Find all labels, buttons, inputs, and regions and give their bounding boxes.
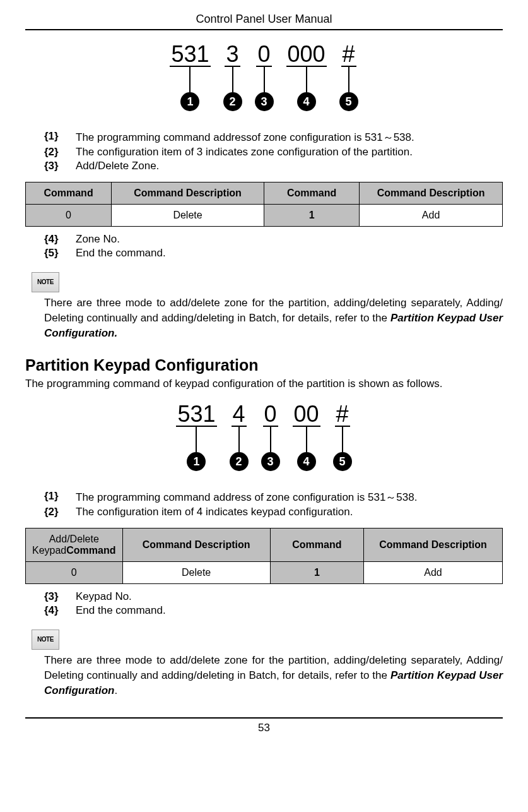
list-1b: {4} Zone No. {5} End the command. [44,233,503,260]
list-item: {5} End the command. [44,247,503,260]
list-desc: The programming command addressof zone c… [76,130,503,145]
command-table-2: Add/Delete KeypadCommand Command Descrip… [25,528,503,584]
diagram-callout: 3 [255,92,274,111]
diagram-callout: 5 [333,452,352,471]
list-label: {5} [44,247,76,260]
diagram-part: 531 1 [176,403,216,471]
section-heading: Partition Keypad Configuration [25,356,503,374]
list-desc: The programming command address of zone … [76,490,503,505]
list-item: {2} The configuration item of 3 indicate… [44,146,503,158]
diagram-text: 0 [256,43,271,67]
table-header: Command Description [122,528,270,562]
table-cell: 1 [270,562,363,584]
diagram-part: 0 3 [261,403,280,471]
command-table-1: Command Command Description Command Comm… [25,182,503,227]
diagram-text: 000 [286,43,327,67]
list-item: {3} Add/Delete Zone. [44,160,503,172]
diagram-part: 0 3 [255,43,274,111]
list-2b: {3} Keypad No. {4} End the command. [44,590,503,617]
diagram-text: 3 [225,43,240,67]
header-bold: Command [66,545,115,556]
table-header: Command [270,528,363,562]
table-header: Command [264,182,359,205]
diagram-part: 4 2 [230,403,249,471]
diagram-line [342,427,343,452]
list-item: {4} End the command. [44,604,503,617]
diagram-part: # 5 [333,403,352,471]
diagram-inner: 531 1 3 2 0 3 000 4 # 5 [170,43,358,111]
diagram-line [348,67,349,92]
table-row: 0 Delete 1 Add [26,562,503,584]
table-cell: 0 [26,562,123,584]
diagram-line [196,427,197,452]
table-cell: 1 [264,205,359,227]
diagram-inner: 531 1 4 2 0 3 00 4 # 5 [176,403,351,471]
diagram-line [238,427,240,452]
list-desc: The configuration item of 3 indicates zo… [76,146,503,158]
list-label: {4} [44,604,76,617]
diagram-line [189,67,191,92]
intro-text: The programming command of keypad config… [25,378,503,390]
diagram-text: # [341,43,356,67]
list-label: {1} [44,490,76,505]
table-cell: Add [360,205,503,227]
note-post: . [114,684,117,696]
page-title: Control Panel User Manual [25,13,503,30]
diagram-text: 4 [232,403,247,427]
diagram-callout: 1 [187,452,206,471]
list-label: {2} [44,506,76,518]
diagram-part: 531 1 [170,43,210,111]
diagram-text: 531 [176,403,216,427]
note-icon: NOTE [32,630,59,650]
list-desc: End the command. [76,604,503,617]
table-header: Command Description [363,528,502,562]
diagram-text: 0 [263,403,278,427]
diagram-line [264,67,265,92]
table-header: Command Description [112,182,264,205]
list-label: {2} [44,146,76,158]
list-label: {3} [44,160,76,172]
table-header: Command Description [360,182,503,205]
diagram-text: # [335,403,350,427]
diagram-line [232,67,233,92]
table-cell: Add [363,562,502,584]
note-icon: NOTE [32,272,59,292]
diagram-line [306,67,307,92]
table-row: Command Command Description Command Comm… [26,182,503,205]
diagram-callout: 3 [261,452,280,471]
list-item: {4} Zone No. [44,233,503,246]
table-row: 0 Delete 1 Add [26,205,503,227]
list-2: {1} The programming command address of z… [44,490,503,518]
table-cell: Delete [122,562,270,584]
note-text: There are three mode to add/delete zone … [44,296,503,340]
list-item: {1} The programming command address of z… [44,490,503,505]
list-label: {4} [44,233,76,246]
command-diagram-2: 531 1 4 2 0 3 00 4 # 5 [25,403,503,471]
diagram-callout: 5 [339,92,358,111]
diagram-callout: 2 [223,92,242,111]
note-text: There are three mode to add/delete zone … [44,653,503,698]
diagram-line [306,427,307,452]
list-item: {3} Keypad No. [44,590,503,603]
list-desc: End the command. [76,247,503,260]
list-item: {2} The configuration item of 4 indicate… [44,506,503,518]
table-cell: 0 [26,205,112,227]
table-header: Add/Delete KeypadCommand [26,528,123,562]
list-label: {1} [44,130,76,145]
list-desc: Keypad No. [76,590,503,603]
table-header: Command [26,182,112,205]
command-diagram-1: 531 1 3 2 0 3 000 4 # 5 [25,43,503,111]
list-label: {3} [44,590,76,603]
diagram-text: 00 [293,403,320,427]
page: Control Panel User Manual 531 1 3 2 0 3 … [0,0,528,747]
list-1: {1} The programming command addressof zo… [44,130,503,172]
diagram-part: 000 4 [286,43,327,111]
diagram-callout: 4 [297,452,316,471]
diagram-callout: 1 [180,92,199,111]
diagram-line [270,427,271,452]
page-number: 53 [25,717,503,734]
diagram-part: 3 2 [223,43,242,111]
diagram-part: 00 4 [293,403,320,471]
diagram-callout: 2 [230,452,249,471]
diagram-part: # 5 [339,43,358,111]
